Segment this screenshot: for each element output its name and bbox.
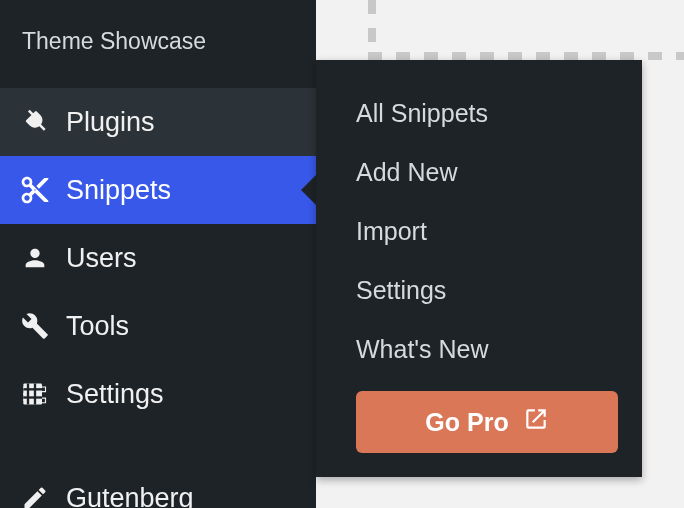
sidebar-item-gutenberg[interactable]: Gutenberg [0, 464, 316, 508]
submenu-item-add-new[interactable]: Add New [356, 143, 624, 202]
sidebar-spacer [0, 428, 316, 464]
menu-label: Users [66, 243, 137, 274]
active-indicator-arrow [301, 174, 317, 206]
snippets-icon [16, 174, 54, 206]
settings-icon [16, 380, 54, 408]
menu-label: Tools [66, 311, 129, 342]
external-link-icon [523, 406, 549, 438]
sidebar-item-settings[interactable]: Settings [0, 360, 316, 428]
go-pro-label: Go Pro [425, 408, 508, 437]
tools-icon [16, 312, 54, 340]
menu-label: Settings [66, 379, 164, 410]
submenu-item-import[interactable]: Import [356, 202, 624, 261]
plugins-icon [16, 107, 54, 137]
svg-rect-1 [23, 384, 42, 405]
placeholder-dashed-horizontal [368, 52, 684, 60]
svg-rect-5 [23, 396, 42, 398]
go-pro-button[interactable]: Go Pro [356, 391, 618, 453]
submenu-item-whats-new[interactable]: What's New [356, 320, 624, 379]
svg-rect-3 [34, 384, 36, 405]
snippets-submenu: All Snippets Add New Import Settings Wha… [316, 60, 642, 477]
sidebar-item-snippets[interactable]: Snippets [0, 156, 316, 224]
sidebar-item-theme-showcase[interactable]: Theme Showcase [0, 0, 316, 88]
submenu-item-all-snippets[interactable]: All Snippets [356, 84, 624, 143]
users-icon [16, 244, 54, 272]
submenu-item-settings[interactable]: Settings [356, 261, 624, 320]
gutenberg-icon [16, 484, 54, 508]
menu-label: Plugins [66, 107, 155, 138]
svg-rect-2 [27, 384, 29, 405]
menu-label: Snippets [66, 175, 171, 206]
svg-rect-4 [23, 388, 42, 390]
admin-sidebar: Theme Showcase Plugins Snippets Users To… [0, 0, 316, 508]
placeholder-dashed-vertical [368, 0, 376, 60]
sidebar-item-plugins[interactable]: Plugins [0, 88, 316, 156]
sidebar-item-tools[interactable]: Tools [0, 292, 316, 360]
sidebar-item-users[interactable]: Users [0, 224, 316, 292]
menu-label: Gutenberg [66, 483, 194, 509]
